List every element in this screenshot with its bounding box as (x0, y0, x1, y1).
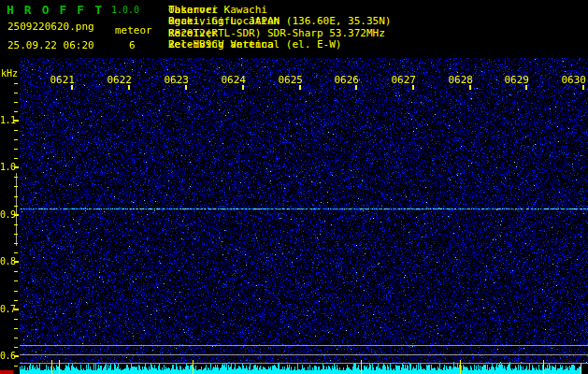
time-tick-label: 0624 (221, 75, 246, 85)
mode-label: meteor (115, 25, 152, 36)
app-title: HROFFT (7, 4, 112, 16)
app-version: 1.0.0 (111, 6, 139, 15)
meteor-count: 6 (129, 40, 136, 50)
freq-tick-label: 0.7 (0, 305, 15, 314)
hrofft-output-image: HROFFT 1.0.0 2509220620.png meteor 25.09… (0, 0, 588, 374)
freq-tick-label: 1.1 (0, 116, 15, 125)
datetime-label: 25.09.22 06:20 (7, 40, 94, 50)
time-tick-label: 0627 (391, 75, 416, 85)
spectrogram-canvas (0, 0, 588, 374)
freq-tick-label: 0.9 (0, 210, 15, 220)
output-filename: 2509220620.png (7, 22, 94, 32)
freq-axis-unit: kHz (1, 69, 18, 79)
freq-tick-label: 0.8 (0, 257, 15, 266)
time-tick-label: 0628 (448, 75, 473, 85)
time-tick-label: 0630 (561, 75, 586, 85)
freq-tick-label: 1.0 (0, 163, 15, 172)
time-tick-label: 0622 (107, 75, 132, 85)
time-tick-label: 0623 (164, 75, 189, 85)
time-tick-label: 0626 (334, 75, 359, 85)
time-tick-label: 0629 (504, 75, 529, 85)
time-tick-label: 0621 (50, 75, 75, 85)
time-tick-label: 0625 (278, 75, 303, 85)
freq-tick-label: 0.6 (0, 352, 15, 361)
